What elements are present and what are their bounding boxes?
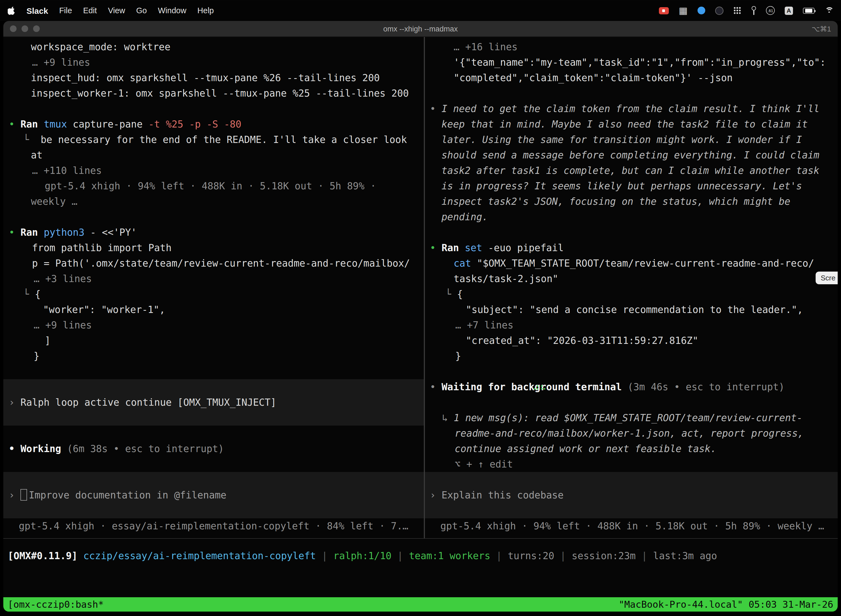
prompt-band[interactable]: › Improve documentation in @filename xyxy=(3,472,424,518)
terminal-line: later. Using the same for transition mig… xyxy=(425,132,838,147)
stop-square xyxy=(662,9,665,12)
window-titlebar: omx --xhigh --madmax ⌥⌘1 xyxy=(3,21,838,37)
terminal-line: • Waiting for background terminal (3m 46… xyxy=(425,379,838,395)
terminal-line: › Improve documentation in @filename xyxy=(3,487,424,503)
screen-recording-stop-icon[interactable] xyxy=(659,7,669,14)
close-button[interactable] xyxy=(10,25,16,32)
terminal-pane-left[interactable]: workspace_mode: worktree… +9 linesinspec… xyxy=(3,37,424,538)
terminal-line: "completed","claim_token":"claim-token"}… xyxy=(425,70,838,85)
terminal-line: weekly … xyxy=(3,194,424,209)
terminal-line: • Working (6m 38s • esc to interrupt) xyxy=(3,441,424,456)
terminal-line: inspect_worker-1: omx sparkshell --tmux-… xyxy=(3,85,424,101)
blank-line xyxy=(3,364,424,379)
battery-fill xyxy=(806,9,812,12)
menu-help[interactable]: Help xyxy=(197,6,214,15)
tmux-session-info: [omx-cczip0:bash* xyxy=(8,599,104,610)
terminal-line: readme-and-reco/mailbox/worker-1.json, a… xyxy=(425,425,838,441)
terminal-line: "subject": "send a concise recommendatio… xyxy=(425,302,838,317)
input-source-icon[interactable]: A xyxy=(785,6,793,15)
blank-line xyxy=(3,425,424,441)
terminal-line: workspace_mode: worktree xyxy=(3,39,424,55)
key-icon[interactable] xyxy=(751,6,756,15)
blank-line xyxy=(425,85,838,101)
prompt-band[interactable]: › Explain this codebase xyxy=(425,472,838,518)
terminal-line: … +3 lines xyxy=(3,271,424,286)
terminal-line: inspect_hud: omx sparkshell --tmux-pane … xyxy=(3,70,424,85)
blank-line xyxy=(3,209,424,224)
terminal-line: └ { xyxy=(425,286,838,302)
terminal-line: "created_at": "2026-03-31T11:59:27.816Z" xyxy=(425,333,838,348)
prompt-band[interactable]: › Ralph loop active continue [OMX_TMUX_I… xyxy=(3,379,424,425)
terminal-line: • Ran tmux capture-pane -t %25 -p -S -80 xyxy=(3,116,424,132)
terminal-line: └ be necessary for the end of the README… xyxy=(3,132,424,147)
menu-bar-menus: FileEditViewGoWindowHelp xyxy=(59,6,214,15)
terminal-line: … +9 lines xyxy=(3,55,424,70)
dark-app-icon[interactable] xyxy=(715,6,724,15)
terminal-line: cat "$OMX_TEAM_STATE_ROOT/team/review-cu… xyxy=(425,255,838,271)
terminal-window: omx --xhigh --madmax ⌥⌘1 workspace_mode:… xyxy=(3,21,838,612)
terminal-line: ↳ 1 new msg(s): read $OMX_TEAM_STATE_ROO… xyxy=(425,410,838,425)
blank-line xyxy=(425,224,838,240)
zoom-button[interactable] xyxy=(33,25,40,32)
wifi-icon[interactable] xyxy=(825,7,833,14)
terminal-line: pending. xyxy=(425,209,838,224)
window-title: omx --xhigh --madmax xyxy=(3,25,838,33)
terminal-pane-right[interactable]: … +16 lines'{"team_name":"my-team","task… xyxy=(425,37,838,538)
menu-go[interactable]: Go xyxy=(136,6,147,15)
terminal-line: … +16 lines xyxy=(425,39,838,55)
table-grid-icon[interactable] xyxy=(679,6,687,15)
swift-icon[interactable] xyxy=(697,7,705,14)
menu-bar-status-icons: .61 A xyxy=(659,6,833,15)
terminal-line: tasks/task-2.json" xyxy=(425,271,838,286)
terminal-line: is in progress? It seems likely but perh… xyxy=(425,178,838,194)
terminal-line: ] xyxy=(3,333,424,348)
terminal-line: gpt-5.4 xhigh · 94% left · 488K in · 5.1… xyxy=(425,518,838,534)
menu-view[interactable]: View xyxy=(108,6,125,15)
terminal-line: inspect task2's JSON, focusing on the st… xyxy=(425,194,838,209)
terminal-line: } xyxy=(425,348,838,364)
gauge-icon[interactable]: .61 xyxy=(766,6,775,15)
terminal-line: • Ran python3 - <<'PY' xyxy=(3,224,424,240)
window-controls xyxy=(3,25,40,32)
terminal-line: └ { xyxy=(3,286,424,302)
terminal-line: continue assigned work or next feasible … xyxy=(425,441,838,456)
block-cursor xyxy=(21,489,27,501)
terminal-line: › Ralph loop active continue [OMX_TMUX_I… xyxy=(3,395,424,410)
menu-file[interactable]: File xyxy=(59,6,72,15)
terminal-line: ⌥ + ↑ edit xyxy=(425,456,838,472)
terminal-line: at xyxy=(3,147,424,163)
tmux-status-bar: [omx-cczip0:bash* "MacBook-Pro-44.local"… xyxy=(3,597,838,612)
terminal-line: "worker": "worker-1", xyxy=(3,302,424,317)
minimize-button[interactable] xyxy=(22,25,28,32)
apple-menu-icon[interactable] xyxy=(8,6,15,15)
blank-line xyxy=(3,456,424,472)
dots-grid-icon[interactable] xyxy=(733,7,741,14)
screen: Slack FileEditViewGoWindowHelp .61 A omx… xyxy=(0,0,841,616)
terminal-line: … +9 lines xyxy=(3,317,424,333)
screenshot-tooltip[interactable]: Scre xyxy=(816,271,838,284)
app-menu-slack[interactable]: Slack xyxy=(26,6,48,15)
terminal-line: gpt-5.4 xhigh · essay/ai-reimplementatio… xyxy=(3,518,424,534)
menu-window[interactable]: Window xyxy=(158,6,186,15)
menu-bar-left: Slack FileEditViewGoWindowHelp xyxy=(8,6,214,15)
battery-icon[interactable] xyxy=(803,7,815,13)
tmux-host-clock: "MacBook-Pro-44.local" 05:03 31-Mar-26 xyxy=(618,599,833,610)
terminal-line: task2 after task1 is complete, but can I… xyxy=(425,163,838,178)
tmux-panes: workspace_mode: worktree… +9 linesinspec… xyxy=(3,37,838,539)
terminal-line: gpt-5.4 xhigh · 94% left · 488K in · 5.1… xyxy=(3,178,424,194)
menu-bar: Slack FileEditViewGoWindowHelp .61 A xyxy=(0,0,841,21)
menu-edit[interactable]: Edit xyxy=(83,6,97,15)
terminal-line: … +7 lines xyxy=(425,317,838,333)
terminal-line: from pathlib import Path xyxy=(3,240,424,255)
terminal-line: … +110 lines xyxy=(3,163,424,178)
blank-line xyxy=(425,395,838,410)
spinner-overlay: ⠴⠦ xyxy=(533,379,547,395)
terminal-line: keep that in mind. Maybe I also need the… xyxy=(425,116,838,132)
terminal-line: p = Path('.omx/state/team/review-current… xyxy=(3,255,424,271)
blank-line xyxy=(425,364,838,379)
blank-line xyxy=(3,101,424,116)
terminal-line: • I need to get the claim token from the… xyxy=(425,101,838,116)
terminal-line: '{"team_name":"my-team","task_id":"1","f… xyxy=(425,55,838,70)
terminal-line: } xyxy=(3,348,424,364)
window-shortcut-hint: ⌥⌘1 xyxy=(812,25,831,33)
